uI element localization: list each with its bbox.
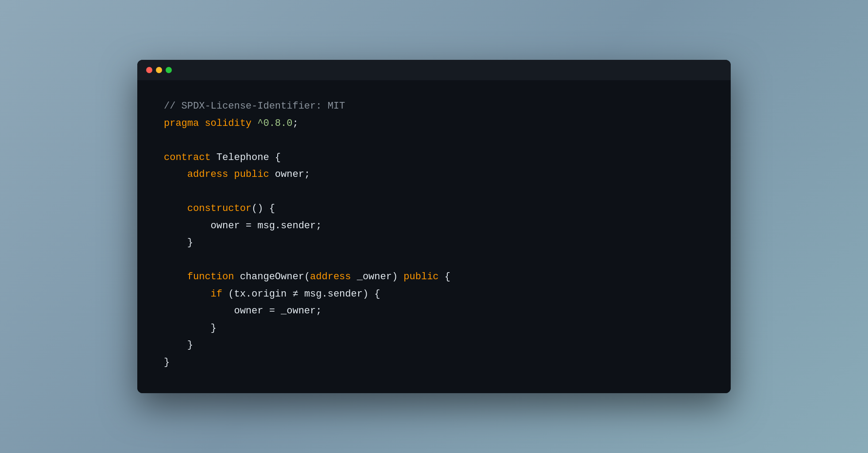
code-line-owner-assign2: owner = _owner; [164,303,704,320]
code-line-pragma: pragma solidity ^0.8.0; [164,115,704,133]
code-window: // SPDX-License-Identifier: MIT pragma s… [137,60,731,393]
code-line-blank3 [164,252,704,269]
code-editor: // SPDX-License-Identifier: MIT pragma s… [137,80,731,393]
code-line-contract: contract Telephone { [164,149,704,167]
maximize-button[interactable] [166,67,172,73]
code-line-owner-assign: owner = msg.sender; [164,218,704,235]
close-button[interactable] [146,67,152,73]
code-line-contract-close: } [164,354,704,371]
code-line-if: if (tx.origin ≠ msg.sender) { [164,286,704,303]
minimize-button[interactable] [156,67,162,73]
code-line-constructor: constructor() { [164,200,704,218]
code-line-function: function changeOwner(address _owner) pub… [164,269,704,286]
code-line-blank2 [164,184,704,201]
code-line-function-close: } [164,337,704,354]
code-line-if-close: } [164,320,704,337]
titlebar [137,60,731,80]
code-line-constructor-close: } [164,234,704,252]
code-line-comment: // SPDX-License-Identifier: MIT [164,98,704,115]
code-line-blank1 [164,132,704,149]
code-line-address: address public owner; [164,166,704,184]
